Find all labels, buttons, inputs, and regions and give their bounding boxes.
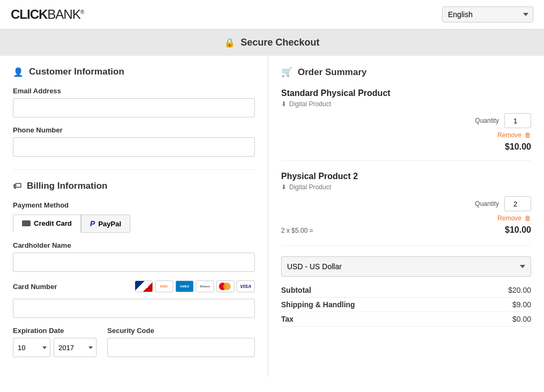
phone-label: Phone Number	[13, 126, 255, 134]
product-2-quantity-input[interactable]	[504, 196, 531, 211]
tax-value: $0.00	[512, 315, 531, 323]
expiry-month-select[interactable]: 1234 5678 9101112	[13, 338, 50, 357]
visa-icon: VISA	[237, 280, 255, 292]
order-summary-header: 🛒 Order Summary	[281, 66, 531, 78]
cvv-input[interactable]	[107, 338, 255, 357]
trash-icon-2: 🗑	[525, 215, 531, 222]
subtotal-label: Subtotal	[281, 286, 311, 294]
logo-bank: BANK	[47, 7, 80, 21]
mastercard-icon	[216, 280, 234, 292]
billing-section: 🏷 Billing Information Payment Method Cre…	[13, 169, 255, 366]
product-1-remove-row: Remove 🗑	[281, 131, 531, 139]
product-1-quantity-row: Quantity	[281, 113, 531, 128]
product-1-price: $10.00	[281, 142, 531, 152]
product-1-type: ⬇ Digital Product	[281, 100, 531, 108]
product-1-quantity-input[interactable]	[504, 113, 531, 128]
lock-icon: 🔒	[224, 38, 235, 48]
payment-method-buttons: Credit Card P PayPal	[13, 215, 255, 233]
email-group: Email Address	[13, 87, 255, 117]
totals-table: Subtotal $20.00 Shipping & Handling $9.0…	[281, 283, 531, 327]
logo-click: CLICK	[11, 7, 47, 21]
cardholder-input[interactable]	[13, 253, 255, 272]
subtotal-row: Subtotal $20.00	[281, 283, 531, 298]
logo-reg: ®	[80, 9, 84, 15]
billing-information-header: 🏷 Billing Information	[13, 181, 255, 191]
shipping-label: Shipping & Handling	[281, 300, 355, 309]
tax-label: Tax	[281, 315, 293, 323]
download-icon-2: ⬇	[281, 183, 286, 191]
discover-icon: DISC	[155, 280, 173, 292]
currency-select[interactable]: USD - US Dollar EUR - Euro GBP - British…	[281, 256, 531, 277]
expiry-cvv-row: Expiration Date 1234 5678 9101112 201520…	[13, 327, 255, 366]
product-2-price-row: 2 x $5.00 = $10.00	[281, 225, 531, 236]
expiry-group: Expiration Date 1234 5678 9101112 201520…	[13, 327, 97, 357]
person-icon: 👤	[13, 67, 24, 77]
product-1-name: Standard Physical Product	[281, 88, 531, 98]
card-number-group: Card Number JCB DISC AMEX Diners	[13, 280, 255, 318]
cvv-label: Security Code	[107, 327, 255, 335]
logo: CLICKBANK®	[11, 7, 84, 22]
product-2-remove-row: Remove 🗑	[281, 215, 531, 222]
tax-row: Tax $0.00	[281, 312, 531, 327]
jcb-icon: JCB	[135, 280, 153, 292]
subtotal-value: $20.00	[508, 286, 531, 294]
tag-icon: 🏷	[13, 181, 21, 191]
quantity-label-1: Quantity	[475, 117, 499, 124]
quantity-label-2: Quantity	[475, 200, 499, 208]
customer-information-header: 👤 Customer Information	[13, 66, 255, 77]
product-2-name: Physical Product 2	[281, 172, 531, 181]
header: CLICKBANK® English Spanish French German…	[0, 0, 544, 29]
diners-icon: Diners	[196, 280, 214, 292]
cvv-group: Security Code	[107, 327, 255, 357]
paypal-icon: P	[90, 219, 95, 228]
language-select[interactable]: English Spanish French German Portuguese	[442, 6, 533, 23]
cardholder-label: Cardholder Name	[13, 241, 255, 249]
expiry-label: Expiration Date	[13, 327, 97, 335]
card-number-input[interactable]	[13, 299, 255, 318]
cart-icon: 🛒	[281, 66, 292, 78]
shipping-row: Shipping & Handling $9.00	[281, 298, 531, 312]
product-2-quantity-row: Quantity	[281, 196, 531, 211]
trash-icon-1: 🗑	[525, 131, 531, 139]
product-2-block: Physical Product 2 ⬇ Digital Product Qua…	[281, 172, 531, 246]
credit-card-icon	[22, 220, 31, 226]
paypal-button[interactable]: P PayPal	[81, 215, 130, 233]
left-column: 👤 Customer Information Email Address Pho…	[0, 56, 268, 376]
phone-input[interactable]	[13, 137, 255, 157]
product-2-calc: 2 x $5.00 =	[281, 227, 313, 234]
credit-card-button[interactable]: Credit Card	[13, 215, 81, 233]
email-input[interactable]	[13, 98, 255, 117]
expiry-selects: 1234 5678 9101112 201520162017 201820192…	[13, 338, 97, 357]
order-summary-title: Order Summary	[298, 67, 367, 78]
phone-group: Phone Number	[13, 126, 255, 157]
main-content: 👤 Customer Information Email Address Pho…	[0, 56, 544, 376]
cardholder-group: Cardholder Name	[13, 241, 255, 272]
card-icons: JCB DISC AMEX Diners	[135, 280, 255, 292]
product-2-type: ⬇ Digital Product	[281, 183, 531, 191]
email-label: Email Address	[13, 87, 255, 95]
customer-info-title: Customer Information	[29, 66, 124, 77]
payment-method-label: Payment Method	[13, 201, 255, 209]
expiry-year-select[interactable]: 201520162017 201820192020 20212022	[54, 338, 97, 357]
billing-info-title: Billing Information	[27, 181, 107, 191]
card-number-label: Card Number	[13, 283, 57, 291]
product-1-remove-link[interactable]: Remove	[497, 131, 521, 139]
secure-checkout-title: Secure Checkout	[240, 37, 319, 48]
product-2-price: $10.00	[505, 225, 531, 235]
right-column: 🛒 Order Summary Standard Physical Produc…	[268, 56, 544, 376]
amex-icon: AMEX	[175, 280, 194, 292]
shipping-value: $9.00	[512, 300, 531, 309]
product-1-block: Standard Physical Product ⬇ Digital Prod…	[281, 88, 531, 161]
product-2-remove-link[interactable]: Remove	[497, 215, 521, 222]
secure-checkout-banner: 🔒 Secure Checkout	[0, 29, 544, 56]
download-icon-1: ⬇	[281, 100, 286, 108]
